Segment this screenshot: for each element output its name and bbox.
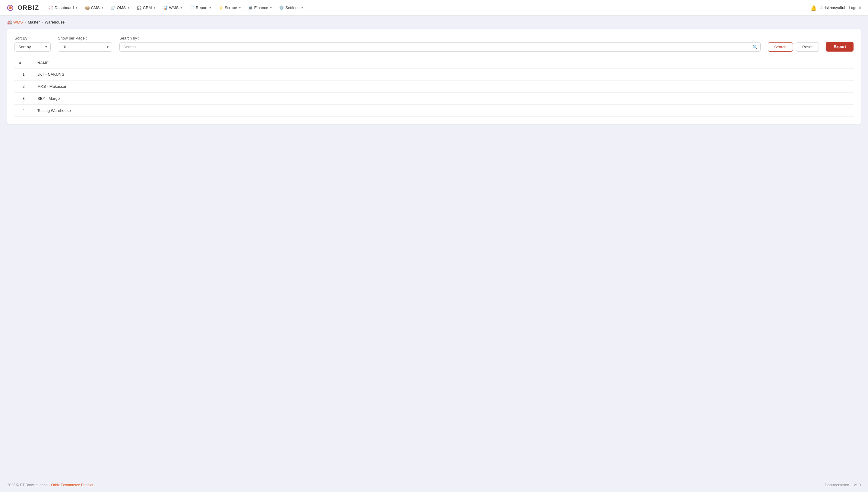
footer: 2023 © PT Borwita Indah - Orbiz Ecommerc… <box>0 478 868 492</box>
toolbar-actions: Search Reset <box>768 42 819 52</box>
svg-point-1 <box>9 6 12 9</box>
breadcrumb-current: Warehouse <box>45 20 65 24</box>
footer-copyright: 2023 © PT Borwita Indah - <box>7 483 50 487</box>
search-group: Search by : 🔍 <box>119 36 761 52</box>
footer-documentation[interactable]: Documentation <box>825 483 849 487</box>
breadcrumb: 🏭 WMS › Master › Warehouse <box>0 16 868 29</box>
nav-label-crm: CRM <box>143 5 152 10</box>
bell-icon[interactable]: 🔔 <box>810 4 817 11</box>
crm-icon: 🎧 <box>136 5 142 10</box>
footer-version: v1.0 <box>854 483 861 487</box>
nav-item-report[interactable]: 📄 Report ▼ <box>186 4 215 12</box>
toolbar-export: Export <box>826 42 853 52</box>
logo-text: ORBIZ <box>18 4 39 11</box>
cell-name: Testing Warehouse <box>32 105 853 117</box>
table-row[interactable]: 3 SBY - Margo <box>15 93 853 105</box>
sort-select[interactable]: Sort by Name Date <box>15 42 51 52</box>
footer-left: 2023 © PT Borwita Indah - Orbiz Ecommerc… <box>7 483 94 487</box>
wms-icon: 📊 <box>163 5 168 10</box>
table-row[interactable]: 4 Testing Warehouse <box>15 105 853 117</box>
nav-item-scrape[interactable]: ⚡ Scrape ▼ <box>215 4 244 12</box>
per-page-label: Show per Page : <box>58 36 112 41</box>
cell-num: 4 <box>15 105 32 117</box>
oms-icon: 🛒 <box>111 5 116 10</box>
search-input-wrapper: 🔍 <box>119 42 761 52</box>
nav-label-dashboard: Dashboard <box>55 5 74 10</box>
footer-right: Documentation v1.0 <box>825 483 861 487</box>
cell-name: SBY - Margo <box>32 93 853 105</box>
chevron-down-icon: ▼ <box>270 6 273 9</box>
content-card: Sort By : Sort by Name Date ▼ Show per P… <box>7 29 861 124</box>
nav-label-wms: WMS <box>169 5 179 10</box>
sort-select-wrapper: Sort by Name Date ▼ <box>15 42 51 52</box>
search-icon-button[interactable]: 🔍 <box>752 45 758 49</box>
logout-button[interactable]: Logout <box>849 5 861 10</box>
chevron-down-icon: ▼ <box>238 6 241 9</box>
cell-name: MKS - Makassar <box>32 80 853 93</box>
cell-name: JKT - CAKUNG <box>32 69 853 80</box>
scrape-icon: ⚡ <box>218 5 223 10</box>
chevron-down-icon: ▼ <box>75 6 78 9</box>
col-header-name: NAME <box>32 58 853 69</box>
settings-icon: ⚙️ <box>279 5 284 10</box>
chevron-down-icon: ▼ <box>127 6 130 9</box>
breadcrumb-master[interactable]: Master <box>28 20 40 24</box>
table-header: # NAME <box>15 58 853 69</box>
chevron-down-icon: ▼ <box>209 6 212 9</box>
reset-button[interactable]: Reset <box>796 42 819 52</box>
search-label: Search by : <box>119 36 761 41</box>
breadcrumb-separator: › <box>25 20 26 24</box>
table-row[interactable]: 1 JKT - CAKUNG <box>15 69 853 80</box>
breadcrumb-wms[interactable]: 🏭 WMS <box>7 20 23 24</box>
chevron-down-icon: ▼ <box>180 6 183 9</box>
logo[interactable]: ORBIZ <box>7 4 39 12</box>
nav-items: 📈 Dashboard ▼ 📦 CMS ▼ 🛒 OMS ▼ 🎧 CRM ▼ 📊 … <box>45 4 809 12</box>
report-icon: 📄 <box>189 5 195 10</box>
nav-item-cms[interactable]: 📦 CMS ▼ <box>82 4 107 12</box>
export-button[interactable]: Export <box>826 42 853 52</box>
chevron-down-icon: ▼ <box>301 6 304 9</box>
sort-label: Sort By : <box>15 36 51 41</box>
main-content: Sort By : Sort by Name Date ▼ Show per P… <box>0 29 868 478</box>
cell-num: 1 <box>15 69 32 80</box>
nav-label-oms: OMS <box>117 5 126 10</box>
dashboard-icon: 📈 <box>48 5 53 10</box>
warehouse-table: # NAME 1 JKT - CAKUNG 2 MKS - Makassar 3… <box>15 58 853 117</box>
nav-label-cms: CMS <box>91 5 100 10</box>
nav-right: 🔔 fariskhasyaiful Logout <box>810 4 861 11</box>
chevron-down-icon: ▼ <box>101 6 104 9</box>
col-header-num: # <box>15 58 32 69</box>
nav-label-scrape: Scrape <box>225 5 237 10</box>
toolbar: Sort By : Sort by Name Date ▼ Show per P… <box>15 36 853 52</box>
breadcrumb-separator-2: › <box>42 20 43 24</box>
nav-label-finance: Finance <box>254 5 268 10</box>
nav-label-settings: Settings <box>285 5 299 10</box>
nav-item-wms[interactable]: 📊 WMS ▼ <box>160 4 186 12</box>
logo-icon <box>7 4 16 12</box>
search-button[interactable]: Search <box>768 42 793 52</box>
cms-icon: 📦 <box>85 5 90 10</box>
search-input[interactable] <box>119 42 761 52</box>
username[interactable]: fariskhasyaiful <box>820 5 845 10</box>
sort-group: Sort By : Sort by Name Date ▼ <box>15 36 51 52</box>
per-page-select[interactable]: 10 25 50 100 <box>58 42 112 52</box>
cell-num: 3 <box>15 93 32 105</box>
footer-brand: Orbiz Ecommerce Enabler <box>51 483 94 487</box>
nav-item-crm[interactable]: 🎧 CRM ▼ <box>133 4 159 12</box>
chevron-down-icon: ▼ <box>153 6 156 9</box>
nav-item-finance[interactable]: 💻 Finance ▼ <box>245 4 275 12</box>
table-body: 1 JKT - CAKUNG 2 MKS - Makassar 3 SBY - … <box>15 69 853 117</box>
nav-item-dashboard[interactable]: 📈 Dashboard ▼ <box>45 4 81 12</box>
wms-fire-icon: 🏭 <box>7 20 12 24</box>
nav-item-oms[interactable]: 🛒 OMS ▼ <box>108 4 133 12</box>
nav-item-settings[interactable]: ⚙️ Settings ▼ <box>276 4 307 12</box>
cell-num: 2 <box>15 80 32 93</box>
nav-label-report: Report <box>196 5 207 10</box>
per-page-group: Show per Page : 10 25 50 100 ▼ <box>58 36 112 52</box>
finance-icon: 💻 <box>248 5 253 10</box>
per-page-select-wrapper: 10 25 50 100 ▼ <box>58 42 112 52</box>
navbar: ORBIZ 📈 Dashboard ▼ 📦 CMS ▼ 🛒 OMS ▼ 🎧 CR… <box>0 0 868 16</box>
table-row[interactable]: 2 MKS - Makassar <box>15 80 853 93</box>
